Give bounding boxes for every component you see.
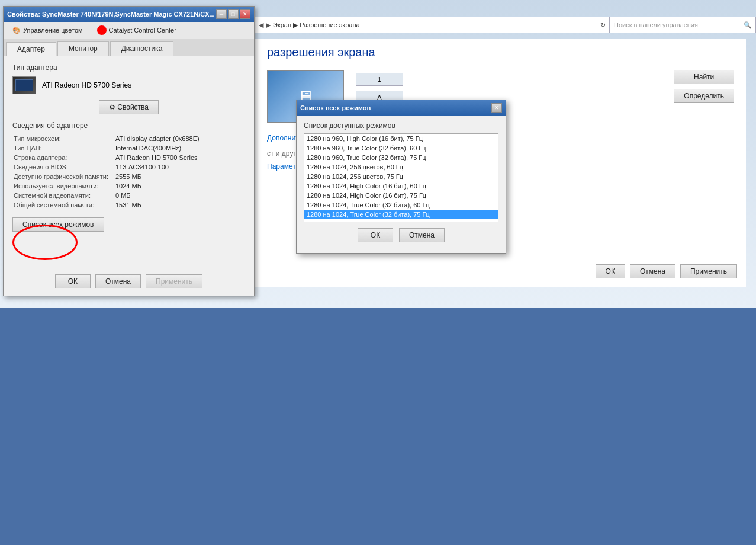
modes-list-item[interactable]: 1280 на 960, High Color (16 бит), 75 Гц	[304, 134, 498, 143]
tab-monitor[interactable]: Монитор	[57, 41, 109, 56]
list-modes-container: Список всех режимов	[12, 217, 245, 232]
adapter-section-title: Тип адаптера	[12, 63, 245, 72]
shared-memory-label: Общей системной памяти:	[14, 201, 114, 209]
toolbar-row: 🎨 Управление цветом Catalyst Control Cen…	[4, 22, 254, 39]
modes-list-item[interactable]: 1280 на 1024, High Color (16 бит), 60 Гц	[304, 181, 498, 191]
adapter-string-row: Строка адаптера: ATI Radeon HD 5700 Seri…	[14, 153, 244, 162]
system-vram-row: Системной видеопамяти: 0 МБ	[14, 191, 244, 200]
main-apply-button[interactable]: Применить	[680, 264, 737, 278]
tab-diagnostics[interactable]: Диагностика	[110, 41, 174, 56]
properties-btn-row: ⚙ Свойства	[12, 100, 245, 114]
modes-list-item[interactable]: 1280 на 1024, True Color (32 бита), 60 Г…	[304, 200, 498, 210]
properties-dialog: Свойства: SyncMaster 740N/179N,SyncMaste…	[3, 6, 255, 296]
modes-list-item[interactable]: 1280 на 960, True Color (32 бита), 75 Гц	[304, 153, 498, 162]
tab-adapter[interactable]: Адаптер	[6, 42, 56, 56]
catalyst-icon	[97, 25, 107, 35]
modes-list-item[interactable]: 1280 на 1024, 256 цветов, 60 Гц	[304, 162, 498, 172]
modes-list-label: Список доступных режимов	[304, 121, 498, 130]
bios-label: Сведения о BIOS:	[14, 163, 114, 171]
screen-panel-title: разрешения экрана	[255, 39, 746, 64]
info-section-title: Сведения об адаптере	[12, 121, 245, 130]
system-vram-label: Системной видеопамяти:	[14, 191, 114, 200]
titlebar-buttons: ─ □ ✕	[216, 9, 250, 19]
system-vram-value: 0 МБ	[115, 191, 244, 200]
dialog-ok-button[interactable]: ОК	[55, 274, 91, 288]
forward-icon: ▶	[266, 21, 271, 29]
back-icon: ◀	[259, 21, 263, 29]
dialog-body: Тип адаптера ATI Radeon HD 5700 Series ⚙…	[4, 56, 254, 239]
catalyst-label: Catalyst Control Center	[109, 27, 176, 34]
modes-content: Список доступных режимов 1280 на 960, Hi…	[297, 116, 506, 248]
modes-cancel-button[interactable]: Отмена	[399, 228, 445, 242]
adapter-icon	[12, 76, 36, 94]
modes-dialog: Список всех режимов ✕ Список доступных р…	[296, 100, 506, 254]
detect-button[interactable]: Определить	[674, 89, 734, 103]
modes-list-item[interactable]: 1280 на 1024, True Color (32 бита), 75 Г…	[304, 210, 498, 219]
adapter-properties-button[interactable]: ⚙ Свойства	[99, 100, 159, 114]
dac-label: Тип ЦАП:	[14, 144, 114, 152]
address-bar-text: Экран ▶ Разрешение экрана	[273, 21, 598, 29]
modes-ok-button[interactable]: ОК	[358, 228, 393, 242]
maximize-button[interactable]: □	[228, 9, 239, 19]
chip-label: Тип микросхем:	[14, 134, 114, 143]
tabs-row: Адаптер Монитор Диагностика	[4, 39, 254, 56]
chip-value: ATI display adapter (0x688E)	[115, 134, 244, 143]
color-management-icon: 🎨	[12, 27, 21, 34]
find-button[interactable]: Найти	[674, 70, 734, 84]
modes-listbox[interactable]: 1280 на 960, High Color (16 бит), 75 Гц1…	[304, 133, 498, 222]
color-management-button[interactable]: 🎨 Управление цветом	[6, 23, 89, 37]
modes-list-item[interactable]: 1280 на 960, True Color (32 бита), 60 Гц	[304, 143, 498, 153]
dedicated-memory-value: 1024 МБ	[115, 182, 244, 190]
adapter-string-label: Строка адаптера:	[14, 153, 114, 162]
catalyst-button[interactable]: Catalyst Control Center	[91, 23, 183, 37]
shared-memory-value: 1531 МБ	[115, 201, 244, 209]
properties-titlebar: Свойства: SyncMaster 740N/179N,SyncMaste…	[4, 7, 254, 22]
list-modes-button[interactable]: Список всех режимов	[12, 217, 104, 232]
dedicated-memory-label: Используется видеопамяти:	[14, 182, 114, 190]
modes-bottom-buttons: ОК Отмена	[304, 228, 498, 242]
color-management-label: Управление цветом	[23, 27, 83, 34]
adapter-string-value: ATI Radeon HD 5700 Series	[115, 153, 244, 162]
address-bar: ◀ ▶ Экран ▶ Разрешение экрана ↻	[255, 17, 610, 33]
dac-value: Internal DAC(400MHz)	[115, 144, 244, 152]
bios-row: Сведения о BIOS: 113-AC34100-100	[14, 163, 244, 171]
dac-row: Тип ЦАП: Internal DAC(400MHz)	[14, 144, 244, 152]
dialog-cancel-button[interactable]: Отмена	[95, 274, 141, 288]
properties-title: Свойства: SyncMaster 740N/179N,SyncMaste…	[7, 11, 215, 18]
available-memory-value: 2555 МБ	[115, 172, 244, 181]
main-panel-bottom-buttons: ОК Отмена Применить	[596, 264, 737, 278]
available-memory-label: Доступно графической памяти:	[14, 172, 114, 181]
main-cancel-button[interactable]: Отмена	[630, 264, 675, 278]
info-table: Тип микросхем: ATI display adapter (0x68…	[12, 133, 245, 210]
resolution-display: 1	[356, 73, 403, 86]
minimize-button[interactable]: ─	[216, 9, 227, 19]
search-placeholder: Поиск в панели управления	[614, 21, 698, 28]
available-memory-row: Доступно графической памяти: 2555 МБ	[14, 172, 244, 181]
modes-title: Список всех режимов	[300, 104, 371, 111]
chip-row: Тип микросхем: ATI display adapter (0x68…	[14, 134, 244, 143]
dialog-bottom-buttons: ОК Отмена Применить	[4, 274, 254, 288]
modes-list-item[interactable]: 1280 на 1024, High Color (16 бит), 75 Гц	[304, 191, 498, 200]
adapter-info-row: ATI Radeon HD 5700 Series	[12, 76, 245, 94]
dialog-apply-button[interactable]: Применить	[146, 274, 202, 288]
modes-close-button[interactable]: ✕	[491, 103, 502, 113]
refresh-icon[interactable]: ↻	[600, 21, 606, 29]
dedicated-memory-row: Используется видеопамяти: 1024 МБ	[14, 182, 244, 190]
shared-memory-row: Общей системной памяти: 1531 МБ	[14, 201, 244, 209]
close-button[interactable]: ✕	[240, 9, 250, 19]
adapter-icon-inner	[15, 79, 33, 91]
main-ok-button[interactable]: ОК	[596, 264, 625, 278]
search-icon[interactable]: 🔍	[744, 21, 752, 29]
search-bar[interactable]: Поиск в панели управления 🔍	[610, 17, 756, 33]
modes-titlebar: Список всех режимов ✕	[297, 100, 506, 116]
adapter-name: ATI Radeon HD 5700 Series	[42, 81, 131, 89]
modes-list-item[interactable]: 1280 на 1024, 256 цветов, 75 Гц	[304, 172, 498, 181]
bios-value: 113-AC34100-100	[115, 163, 244, 171]
